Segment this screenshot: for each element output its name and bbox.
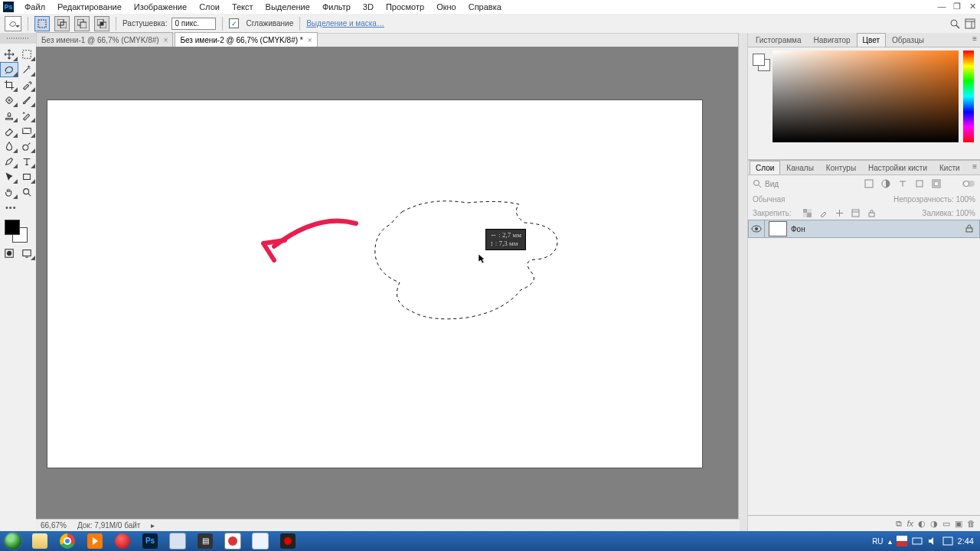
new-layer-icon[interactable]: ▣ [955,519,962,529]
healing-tool[interactable] [0,93,18,108]
window-close-button[interactable]: ✕ [965,0,980,14]
pen-tool[interactable] [0,154,18,169]
document-canvas[interactable]: ↔ : 2,7 мм ↕ : 7,3 мм [47,100,702,468]
visibility-toggle[interactable] [749,220,765,237]
filter-toggle[interactable] [962,177,975,191]
antialias-checkbox[interactable]: ✓ [229,18,239,28]
panel-menu-icon[interactable]: ≡ [972,162,977,171]
hue-slider[interactable] [963,51,974,142]
tab-brushes[interactable]: Кисти [933,161,966,174]
feather-input[interactable]: 0 пикс. [172,18,216,30]
filter-pixel-icon[interactable] [862,177,876,191]
tab-channels[interactable]: Каналы [780,161,820,174]
language-indicator[interactable]: RU [872,537,883,546]
hand-tool[interactable] [0,184,18,200]
tab-color[interactable]: Цвет [857,33,886,47]
move-tool[interactable] [0,47,18,62]
rectangle-tool[interactable] [18,169,37,184]
filter-shape-icon[interactable] [913,177,926,191]
history-brush-tool[interactable] [18,108,37,123]
menu-filter[interactable]: Фильтр [316,0,357,14]
lock-transparency-icon[interactable] [801,206,815,220]
tab-swatches[interactable]: Образцы [886,33,930,47]
menu-select[interactable]: Выделение [260,0,316,14]
filter-adjust-icon[interactable] [879,177,893,191]
tab-histogram[interactable]: Гистограмма [750,33,808,47]
crop-tool[interactable] [0,77,18,93]
path-select-tool[interactable] [0,169,18,184]
close-tab-icon[interactable]: × [164,36,168,44]
menu-view[interactable]: Просмотр [380,0,430,14]
zoom-tool[interactable] [18,184,37,200]
taskbar-rec-icon[interactable] [274,531,302,551]
marquee-tool[interactable] [18,47,37,62]
workspace-icon[interactable] [965,18,975,29]
layer-thumbnail[interactable] [769,221,787,236]
layer-row[interactable]: Фон [748,220,980,238]
edit-toolbar[interactable]: ••• [0,200,36,215]
lock-position-icon[interactable] [833,206,847,220]
layer-filter-select[interactable]: Вид [765,180,859,188]
window-maximize-button[interactable]: ❐ [949,0,965,14]
menu-3d[interactable]: 3D [357,0,380,14]
quick-mask-button[interactable] [0,246,18,261]
gradient-tool[interactable] [18,123,37,139]
delete-layer-icon[interactable]: 🗑 [967,519,975,528]
taskbar-app-icon[interactable] [164,531,191,551]
start-button[interactable] [0,531,26,551]
foreground-color-swatch[interactable] [5,220,20,235]
taskbar-app-icon[interactable] [219,531,247,551]
selection-intersect-button[interactable] [94,16,109,31]
lock-all-icon[interactable] [865,206,879,220]
document-tab-1[interactable]: Без имени-1 @ 66,7% (CMYK/8#) × [36,32,173,47]
taskbar-notes-icon[interactable] [247,531,274,551]
selection-new-button[interactable] [34,16,50,31]
adjustment-icon[interactable]: ◑ [930,519,938,529]
taskbar-app-icon[interactable]: ▤ [191,531,219,551]
document-info[interactable]: Док: 7,91M/0 байт [77,521,141,530]
mask-icon[interactable]: ◐ [918,519,926,529]
tab-layers[interactable]: Слои [750,161,780,174]
fill-value[interactable]: 100% [956,209,975,217]
status-arrow-icon[interactable]: ▸ [151,521,155,530]
zoom-level[interactable]: 66,67% [41,521,67,530]
color-swatches[interactable] [5,220,28,243]
eyedropper-tool[interactable] [18,77,37,93]
selection-add-button[interactable] [54,16,70,31]
lock-artboard-icon[interactable] [849,206,863,220]
search-icon[interactable] [949,18,960,29]
menu-help[interactable]: Справка [462,0,508,14]
tray-network-icon[interactable] [912,536,923,546]
group-icon[interactable]: ▭ [942,519,950,529]
menu-file[interactable]: Файл [18,0,51,14]
eraser-tool[interactable] [0,123,18,139]
type-tool[interactable] [18,154,37,169]
taskbar-record-icon[interactable] [109,531,136,551]
fx-icon[interactable]: fx [906,519,913,528]
tray-action-icon[interactable] [942,536,953,546]
opacity-value[interactable]: 100% [956,195,975,204]
color-field[interactable] [773,51,959,142]
taskbar-chrome-icon[interactable] [54,531,81,551]
blend-mode-select[interactable]: Обычная [753,195,785,204]
filter-type-icon[interactable] [896,177,910,191]
tray-arrow-icon[interactable]: ▴ [888,537,892,546]
layer-name[interactable]: Фон [791,225,805,233]
menu-layers[interactable]: Слои [193,0,226,14]
tray-flag-icon[interactable] [897,536,907,546]
menu-image[interactable]: Изображение [128,0,193,14]
menu-window[interactable]: Окно [430,0,462,14]
canvas-stage[interactable]: ↔ : 2,7 мм ↕ : 7,3 мм [36,47,740,531]
search-icon[interactable] [753,179,762,188]
lasso-tool[interactable] [0,62,18,77]
taskbar-player-icon[interactable] [81,531,109,551]
magic-wand-tool[interactable] [18,62,37,77]
menu-text[interactable]: Текст [226,0,260,14]
palette-grip[interactable] [0,33,36,44]
menu-edit[interactable]: Редактирование [51,0,128,14]
tray-volume-icon[interactable] [927,536,938,546]
document-tab-2[interactable]: Без имени-2 @ 66,7% (CMYK/8#) * × [175,32,317,47]
brush-tool[interactable] [18,93,37,108]
color-fg-bg-swatch[interactable] [753,54,769,69]
filter-smart-icon[interactable] [929,177,943,191]
